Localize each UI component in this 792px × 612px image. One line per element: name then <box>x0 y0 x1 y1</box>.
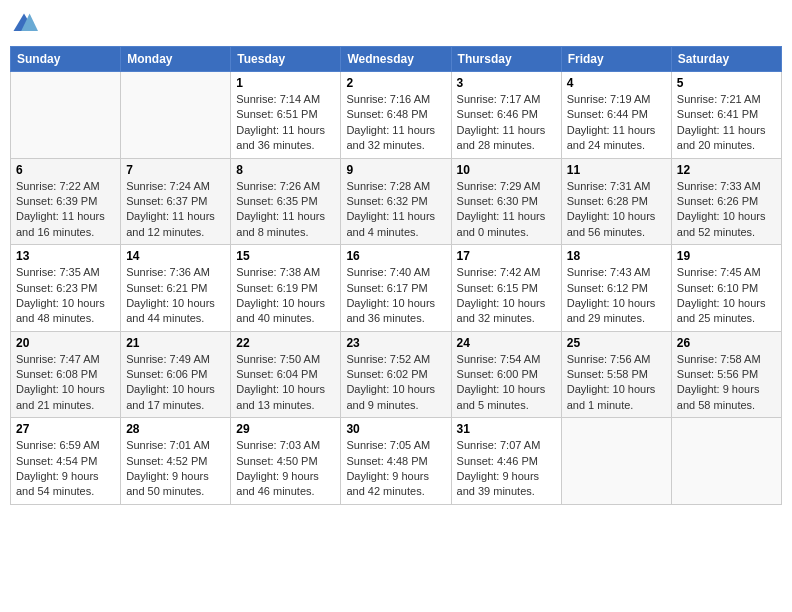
day-info: Sunrise: 7:47 AM Sunset: 6:08 PM Dayligh… <box>16 352 115 414</box>
calendar-cell: 24Sunrise: 7:54 AM Sunset: 6:00 PM Dayli… <box>451 331 561 418</box>
week-row-3: 13Sunrise: 7:35 AM Sunset: 6:23 PM Dayli… <box>11 245 782 332</box>
calendar-cell: 11Sunrise: 7:31 AM Sunset: 6:28 PM Dayli… <box>561 158 671 245</box>
calendar-cell: 27Sunrise: 6:59 AM Sunset: 4:54 PM Dayli… <box>11 418 121 505</box>
day-number: 22 <box>236 336 335 350</box>
day-info: Sunrise: 7:03 AM Sunset: 4:50 PM Dayligh… <box>236 438 335 500</box>
day-info: Sunrise: 7:16 AM Sunset: 6:48 PM Dayligh… <box>346 92 445 154</box>
day-info: Sunrise: 7:36 AM Sunset: 6:21 PM Dayligh… <box>126 265 225 327</box>
day-number: 29 <box>236 422 335 436</box>
day-number: 19 <box>677 249 776 263</box>
day-info: Sunrise: 7:58 AM Sunset: 5:56 PM Dayligh… <box>677 352 776 414</box>
day-number: 11 <box>567 163 666 177</box>
day-number: 14 <box>126 249 225 263</box>
day-number: 24 <box>457 336 556 350</box>
day-info: Sunrise: 7:01 AM Sunset: 4:52 PM Dayligh… <box>126 438 225 500</box>
calendar-cell: 1Sunrise: 7:14 AM Sunset: 6:51 PM Daylig… <box>231 72 341 159</box>
day-number: 25 <box>567 336 666 350</box>
day-info: Sunrise: 7:17 AM Sunset: 6:46 PM Dayligh… <box>457 92 556 154</box>
calendar-cell: 14Sunrise: 7:36 AM Sunset: 6:21 PM Dayli… <box>121 245 231 332</box>
day-number: 13 <box>16 249 115 263</box>
day-info: Sunrise: 7:19 AM Sunset: 6:44 PM Dayligh… <box>567 92 666 154</box>
calendar-cell: 10Sunrise: 7:29 AM Sunset: 6:30 PM Dayli… <box>451 158 561 245</box>
day-info: Sunrise: 7:24 AM Sunset: 6:37 PM Dayligh… <box>126 179 225 241</box>
day-info: Sunrise: 7:28 AM Sunset: 6:32 PM Dayligh… <box>346 179 445 241</box>
day-info: Sunrise: 7:45 AM Sunset: 6:10 PM Dayligh… <box>677 265 776 327</box>
day-number: 2 <box>346 76 445 90</box>
day-info: Sunrise: 7:21 AM Sunset: 6:41 PM Dayligh… <box>677 92 776 154</box>
calendar-cell: 16Sunrise: 7:40 AM Sunset: 6:17 PM Dayli… <box>341 245 451 332</box>
day-number: 17 <box>457 249 556 263</box>
day-number: 3 <box>457 76 556 90</box>
week-row-2: 6Sunrise: 7:22 AM Sunset: 6:39 PM Daylig… <box>11 158 782 245</box>
calendar-cell: 22Sunrise: 7:50 AM Sunset: 6:04 PM Dayli… <box>231 331 341 418</box>
calendar-cell <box>121 72 231 159</box>
week-row-4: 20Sunrise: 7:47 AM Sunset: 6:08 PM Dayli… <box>11 331 782 418</box>
calendar-cell: 15Sunrise: 7:38 AM Sunset: 6:19 PM Dayli… <box>231 245 341 332</box>
calendar-cell: 12Sunrise: 7:33 AM Sunset: 6:26 PM Dayli… <box>671 158 781 245</box>
day-info: Sunrise: 6:59 AM Sunset: 4:54 PM Dayligh… <box>16 438 115 500</box>
calendar-cell: 21Sunrise: 7:49 AM Sunset: 6:06 PM Dayli… <box>121 331 231 418</box>
calendar-cell: 2Sunrise: 7:16 AM Sunset: 6:48 PM Daylig… <box>341 72 451 159</box>
day-number: 27 <box>16 422 115 436</box>
calendar-cell <box>11 72 121 159</box>
day-number: 4 <box>567 76 666 90</box>
calendar-cell: 20Sunrise: 7:47 AM Sunset: 6:08 PM Dayli… <box>11 331 121 418</box>
logo <box>10 10 42 38</box>
calendar-cell <box>671 418 781 505</box>
day-info: Sunrise: 7:43 AM Sunset: 6:12 PM Dayligh… <box>567 265 666 327</box>
calendar-cell: 25Sunrise: 7:56 AM Sunset: 5:58 PM Dayli… <box>561 331 671 418</box>
calendar-cell: 6Sunrise: 7:22 AM Sunset: 6:39 PM Daylig… <box>11 158 121 245</box>
page-header <box>10 10 782 38</box>
day-number: 8 <box>236 163 335 177</box>
calendar-cell: 3Sunrise: 7:17 AM Sunset: 6:46 PM Daylig… <box>451 72 561 159</box>
weekday-header-tuesday: Tuesday <box>231 47 341 72</box>
calendar-cell: 31Sunrise: 7:07 AM Sunset: 4:46 PM Dayli… <box>451 418 561 505</box>
day-info: Sunrise: 7:22 AM Sunset: 6:39 PM Dayligh… <box>16 179 115 241</box>
day-number: 1 <box>236 76 335 90</box>
weekday-header-sunday: Sunday <box>11 47 121 72</box>
calendar-cell: 18Sunrise: 7:43 AM Sunset: 6:12 PM Dayli… <box>561 245 671 332</box>
calendar-cell: 29Sunrise: 7:03 AM Sunset: 4:50 PM Dayli… <box>231 418 341 505</box>
weekday-header-saturday: Saturday <box>671 47 781 72</box>
day-info: Sunrise: 7:54 AM Sunset: 6:00 PM Dayligh… <box>457 352 556 414</box>
day-number: 5 <box>677 76 776 90</box>
day-info: Sunrise: 7:49 AM Sunset: 6:06 PM Dayligh… <box>126 352 225 414</box>
day-number: 23 <box>346 336 445 350</box>
day-info: Sunrise: 7:40 AM Sunset: 6:17 PM Dayligh… <box>346 265 445 327</box>
day-info: Sunrise: 7:05 AM Sunset: 4:48 PM Dayligh… <box>346 438 445 500</box>
day-number: 9 <box>346 163 445 177</box>
calendar-cell: 17Sunrise: 7:42 AM Sunset: 6:15 PM Dayli… <box>451 245 561 332</box>
calendar-cell: 30Sunrise: 7:05 AM Sunset: 4:48 PM Dayli… <box>341 418 451 505</box>
day-number: 20 <box>16 336 115 350</box>
day-number: 30 <box>346 422 445 436</box>
day-info: Sunrise: 7:42 AM Sunset: 6:15 PM Dayligh… <box>457 265 556 327</box>
calendar-cell <box>561 418 671 505</box>
day-number: 26 <box>677 336 776 350</box>
day-info: Sunrise: 7:52 AM Sunset: 6:02 PM Dayligh… <box>346 352 445 414</box>
calendar-cell: 23Sunrise: 7:52 AM Sunset: 6:02 PM Dayli… <box>341 331 451 418</box>
calendar-cell: 5Sunrise: 7:21 AM Sunset: 6:41 PM Daylig… <box>671 72 781 159</box>
calendar-cell: 8Sunrise: 7:26 AM Sunset: 6:35 PM Daylig… <box>231 158 341 245</box>
calendar-table: SundayMondayTuesdayWednesdayThursdayFrid… <box>10 46 782 505</box>
day-number: 31 <box>457 422 556 436</box>
calendar-cell: 4Sunrise: 7:19 AM Sunset: 6:44 PM Daylig… <box>561 72 671 159</box>
calendar-cell: 19Sunrise: 7:45 AM Sunset: 6:10 PM Dayli… <box>671 245 781 332</box>
day-info: Sunrise: 7:29 AM Sunset: 6:30 PM Dayligh… <box>457 179 556 241</box>
calendar-cell: 28Sunrise: 7:01 AM Sunset: 4:52 PM Dayli… <box>121 418 231 505</box>
day-number: 16 <box>346 249 445 263</box>
day-number: 10 <box>457 163 556 177</box>
day-number: 18 <box>567 249 666 263</box>
day-info: Sunrise: 7:33 AM Sunset: 6:26 PM Dayligh… <box>677 179 776 241</box>
day-number: 21 <box>126 336 225 350</box>
day-number: 7 <box>126 163 225 177</box>
day-number: 6 <box>16 163 115 177</box>
day-info: Sunrise: 7:35 AM Sunset: 6:23 PM Dayligh… <box>16 265 115 327</box>
week-row-1: 1Sunrise: 7:14 AM Sunset: 6:51 PM Daylig… <box>11 72 782 159</box>
day-info: Sunrise: 7:26 AM Sunset: 6:35 PM Dayligh… <box>236 179 335 241</box>
weekday-header-thursday: Thursday <box>451 47 561 72</box>
week-row-5: 27Sunrise: 6:59 AM Sunset: 4:54 PM Dayli… <box>11 418 782 505</box>
calendar-cell: 9Sunrise: 7:28 AM Sunset: 6:32 PM Daylig… <box>341 158 451 245</box>
day-info: Sunrise: 7:56 AM Sunset: 5:58 PM Dayligh… <box>567 352 666 414</box>
calendar-cell: 13Sunrise: 7:35 AM Sunset: 6:23 PM Dayli… <box>11 245 121 332</box>
weekday-header-monday: Monday <box>121 47 231 72</box>
